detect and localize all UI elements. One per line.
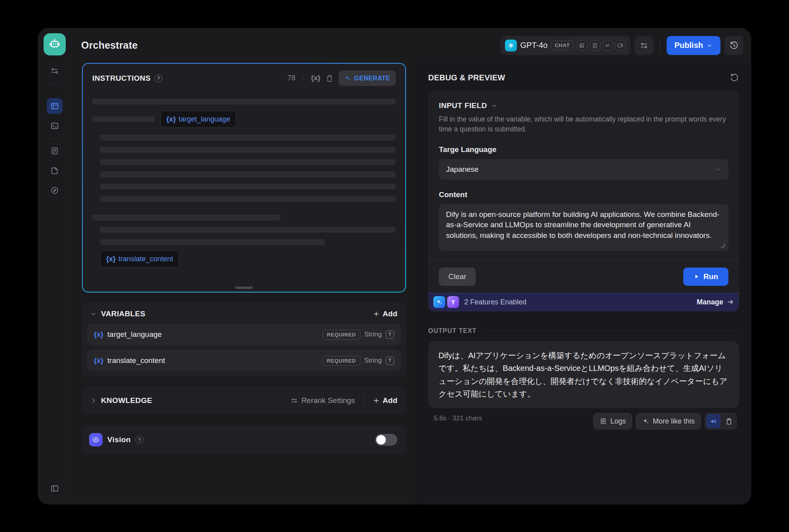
speaker-icon[interactable] bbox=[706, 414, 720, 428]
debug-preview-pane: DEBUG & PREVIEW INPUT FIELD bbox=[416, 63, 751, 504]
prompt-editor[interactable]: {x} target_language bbox=[83, 90, 405, 292]
skeleton-line bbox=[100, 184, 396, 190]
input-field-title: INPUT FIELD bbox=[439, 101, 487, 110]
skeleton-line bbox=[92, 215, 280, 220]
model-params-icon[interactable] bbox=[635, 36, 654, 55]
features-enabled-text: 2 Features Enabled bbox=[464, 298, 526, 306]
collapse-panel-icon[interactable] bbox=[47, 481, 63, 496]
input-field-header[interactable]: INPUT FIELD bbox=[439, 101, 728, 110]
robot-app-icon[interactable] bbox=[44, 33, 66, 55]
clipboard-icon[interactable] bbox=[326, 74, 334, 82]
skeleton-line bbox=[100, 196, 396, 202]
variable-chip-target-language[interactable]: {x} target_language bbox=[160, 111, 236, 127]
output-section: Difyは、AIアプリケーションを構築するためのオープンソースプラットフォームで… bbox=[428, 341, 739, 423]
compass-icon[interactable] bbox=[47, 182, 63, 198]
generate-label: GENERATE bbox=[354, 75, 390, 82]
window-panel-icon[interactable] bbox=[47, 98, 63, 114]
add-knowledge-button[interactable]: Add bbox=[373, 396, 397, 405]
clipboard-icon[interactable] bbox=[723, 418, 735, 425]
eye-icon bbox=[89, 433, 103, 446]
manage-features-button[interactable]: Manage bbox=[697, 298, 734, 306]
sparkle-icon bbox=[344, 75, 351, 82]
input-field-description: Fill in the value of the variable, which… bbox=[439, 114, 728, 135]
variables-title: VARIABLES bbox=[101, 310, 145, 318]
model-selector[interactable]: GPT-4o CHAT bbox=[500, 36, 631, 55]
toolbar-divider bbox=[660, 40, 660, 51]
skeleton-line bbox=[92, 116, 155, 122]
document-capability-icon bbox=[590, 40, 600, 51]
input-field-card: INPUT FIELD Fill in the value of the var… bbox=[428, 91, 739, 312]
toolbar-divider bbox=[303, 75, 303, 82]
variable-chip-label: translate_content bbox=[118, 255, 173, 263]
refresh-icon[interactable] bbox=[730, 73, 739, 82]
output-text: Difyは、AIアプリケーションを構築するためのオープンソースプラットフォームで… bbox=[428, 341, 739, 408]
publish-button[interactable]: Publish bbox=[667, 36, 720, 55]
help-circle-icon[interactable]: ? bbox=[135, 436, 143, 444]
audio-actions bbox=[705, 413, 737, 429]
chevron-down-icon bbox=[706, 42, 713, 49]
content-label: Content bbox=[439, 190, 728, 199]
skeleton-line bbox=[100, 135, 396, 141]
required-badge: REQUIRED bbox=[322, 356, 360, 366]
tune-icon[interactable] bbox=[47, 63, 63, 79]
insert-variable-icon[interactable]: {x} bbox=[311, 74, 320, 82]
history-icon[interactable] bbox=[724, 36, 743, 55]
text-to-speech-feature-icon: T bbox=[447, 296, 459, 308]
plus-icon bbox=[373, 397, 380, 404]
variable-row-target-language[interactable]: {x} target_language REQUIRED String T bbox=[88, 324, 400, 345]
vision-title: Vision bbox=[107, 435, 131, 444]
document-icon[interactable] bbox=[47, 143, 63, 159]
target-language-label: Targe Language bbox=[439, 145, 728, 154]
chevron-right-icon[interactable] bbox=[90, 397, 97, 404]
content-textarea[interactable]: Dify is an open-source platform for buil… bbox=[439, 204, 728, 251]
terminal-icon[interactable] bbox=[47, 118, 63, 134]
variable-name: target_language bbox=[107, 330, 162, 339]
variable-glyph: {x} bbox=[94, 357, 103, 365]
orchestrate-pane: INSTRUCTIONS ? 78 {x} bbox=[71, 63, 416, 504]
generate-button[interactable]: GENERATE bbox=[339, 70, 396, 86]
string-type-icon: T bbox=[386, 331, 394, 339]
variables-section: VARIABLES Add {x} target_language bbox=[82, 302, 406, 377]
sparkle-icon bbox=[642, 418, 649, 425]
skeleton-line bbox=[100, 147, 396, 153]
features-banner[interactable]: T 2 Features Enabled Manage bbox=[429, 293, 739, 311]
skeleton-line bbox=[100, 227, 396, 233]
clear-button[interactable]: Clear bbox=[439, 268, 476, 286]
variable-glyph: {x} bbox=[94, 331, 103, 339]
skeleton-line bbox=[100, 159, 396, 165]
sidebar-divider bbox=[49, 139, 61, 139]
variable-row-translate-content[interactable]: {x} translate_content REQUIRED String T bbox=[88, 350, 400, 371]
screen: Orchestrate GPT-4o CHAT bbox=[0, 0, 789, 532]
target-language-value: Japanese bbox=[446, 165, 478, 174]
add-variable-button[interactable]: Add bbox=[373, 310, 397, 318]
variable-glyph: {x} bbox=[166, 115, 176, 124]
skeleton-line bbox=[100, 171, 396, 177]
tune-icon bbox=[291, 397, 298, 404]
pages-icon[interactable] bbox=[47, 163, 63, 179]
vision-toggle[interactable] bbox=[375, 434, 397, 446]
main-area: Orchestrate GPT-4o CHAT bbox=[71, 28, 751, 504]
content-value: Dify is an open-source platform for buil… bbox=[446, 210, 719, 239]
more-like-this-button[interactable]: More like this bbox=[636, 413, 701, 429]
variable-chip-translate-content[interactable]: {x} translate_content bbox=[100, 251, 179, 267]
knowledge-section: KNOWLEDGE Rerank Settings bbox=[82, 387, 406, 414]
logs-icon bbox=[600, 418, 607, 425]
target-language-select[interactable]: Japanese bbox=[439, 159, 728, 180]
resize-corner-icon[interactable] bbox=[721, 243, 725, 247]
chevron-down-icon[interactable] bbox=[90, 310, 97, 317]
vision-section: Vision ? bbox=[82, 425, 406, 454]
variable-type: String bbox=[364, 331, 382, 338]
top-bar: Orchestrate GPT-4o CHAT bbox=[71, 28, 751, 63]
run-button[interactable]: Run bbox=[683, 268, 728, 286]
debug-preview-title: DEBUG & PREVIEW bbox=[428, 73, 505, 82]
resize-handle[interactable] bbox=[235, 287, 253, 289]
help-circle-icon[interactable]: ? bbox=[154, 74, 162, 82]
sidebar bbox=[38, 28, 71, 504]
rerank-settings-button[interactable]: Rerank Settings bbox=[291, 396, 355, 405]
rerank-settings-label: Rerank Settings bbox=[301, 396, 355, 405]
openai-logo-icon bbox=[505, 40, 517, 51]
instructions-panel[interactable]: INSTRUCTIONS ? 78 {x} bbox=[82, 63, 406, 293]
logs-button[interactable]: Logs bbox=[593, 413, 632, 429]
instructions-title: INSTRUCTIONS bbox=[92, 74, 151, 83]
logs-label: Logs bbox=[610, 417, 626, 426]
